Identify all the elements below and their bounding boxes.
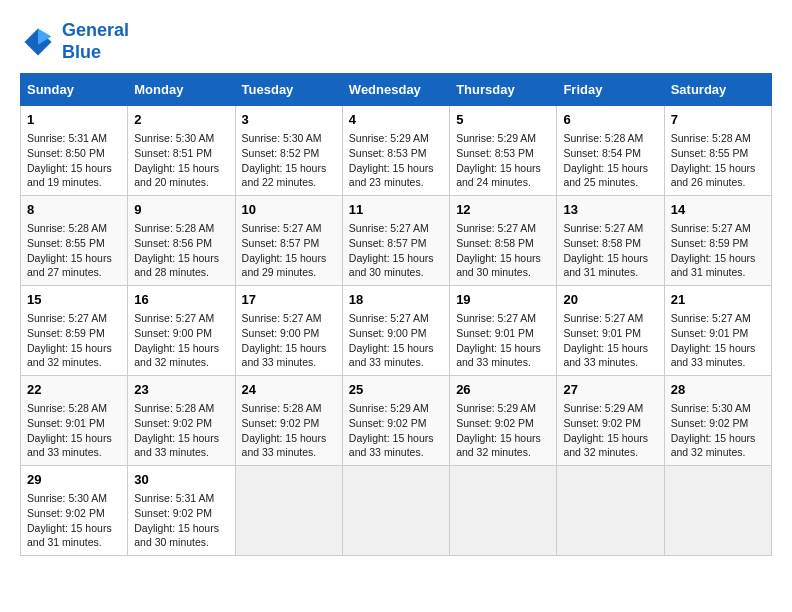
day-number: 15 <box>27 291 121 309</box>
day-info: Sunrise: 5:27 AMSunset: 9:00 PMDaylight:… <box>349 312 434 368</box>
day-info: Sunrise: 5:29 AMSunset: 8:53 PMDaylight:… <box>456 132 541 188</box>
day-number: 12 <box>456 201 550 219</box>
day-info: Sunrise: 5:30 AMSunset: 8:51 PMDaylight:… <box>134 132 219 188</box>
day-info: Sunrise: 5:30 AMSunset: 9:02 PMDaylight:… <box>27 492 112 548</box>
page-header: GeneralBlue <box>20 20 772 63</box>
day-cell-1: 1 Sunrise: 5:31 AMSunset: 8:50 PMDayligh… <box>21 106 128 196</box>
header-cell-friday: Friday <box>557 74 664 106</box>
day-number: 27 <box>563 381 657 399</box>
logo: GeneralBlue <box>20 20 129 63</box>
day-cell-8: 8 Sunrise: 5:28 AMSunset: 8:55 PMDayligh… <box>21 196 128 286</box>
day-cell-23: 23 Sunrise: 5:28 AMSunset: 9:02 PMDaylig… <box>128 376 235 466</box>
header-cell-wednesday: Wednesday <box>342 74 449 106</box>
day-info: Sunrise: 5:27 AMSunset: 9:01 PMDaylight:… <box>563 312 648 368</box>
empty-cell <box>235 466 342 556</box>
day-number: 11 <box>349 201 443 219</box>
day-info: Sunrise: 5:28 AMSunset: 8:56 PMDaylight:… <box>134 222 219 278</box>
day-info: Sunrise: 5:29 AMSunset: 9:02 PMDaylight:… <box>456 402 541 458</box>
header-cell-monday: Monday <box>128 74 235 106</box>
day-number: 5 <box>456 111 550 129</box>
day-info: Sunrise: 5:30 AMSunset: 8:52 PMDaylight:… <box>242 132 327 188</box>
day-cell-3: 3 Sunrise: 5:30 AMSunset: 8:52 PMDayligh… <box>235 106 342 196</box>
header-row: SundayMondayTuesdayWednesdayThursdayFrid… <box>21 74 772 106</box>
day-cell-16: 16 Sunrise: 5:27 AMSunset: 9:00 PMDaylig… <box>128 286 235 376</box>
day-info: Sunrise: 5:29 AMSunset: 8:53 PMDaylight:… <box>349 132 434 188</box>
day-info: Sunrise: 5:31 AMSunset: 9:02 PMDaylight:… <box>134 492 219 548</box>
empty-cell <box>342 466 449 556</box>
day-info: Sunrise: 5:27 AMSunset: 9:00 PMDaylight:… <box>134 312 219 368</box>
week-row-1: 1 Sunrise: 5:31 AMSunset: 8:50 PMDayligh… <box>21 106 772 196</box>
day-number: 10 <box>242 201 336 219</box>
calendar-table: SundayMondayTuesdayWednesdayThursdayFrid… <box>20 73 772 556</box>
day-info: Sunrise: 5:27 AMSunset: 8:57 PMDaylight:… <box>349 222 434 278</box>
week-row-5: 29 Sunrise: 5:30 AMSunset: 9:02 PMDaylig… <box>21 466 772 556</box>
day-cell-17: 17 Sunrise: 5:27 AMSunset: 9:00 PMDaylig… <box>235 286 342 376</box>
header-cell-sunday: Sunday <box>21 74 128 106</box>
day-cell-27: 27 Sunrise: 5:29 AMSunset: 9:02 PMDaylig… <box>557 376 664 466</box>
day-info: Sunrise: 5:29 AMSunset: 9:02 PMDaylight:… <box>349 402 434 458</box>
day-number: 18 <box>349 291 443 309</box>
day-number: 6 <box>563 111 657 129</box>
day-number: 2 <box>134 111 228 129</box>
day-number: 16 <box>134 291 228 309</box>
day-number: 29 <box>27 471 121 489</box>
empty-cell <box>557 466 664 556</box>
day-number: 20 <box>563 291 657 309</box>
day-info: Sunrise: 5:27 AMSunset: 8:58 PMDaylight:… <box>563 222 648 278</box>
day-info: Sunrise: 5:28 AMSunset: 9:02 PMDaylight:… <box>134 402 219 458</box>
day-number: 14 <box>671 201 765 219</box>
header-cell-saturday: Saturday <box>664 74 771 106</box>
day-number: 9 <box>134 201 228 219</box>
day-number: 4 <box>349 111 443 129</box>
day-number: 21 <box>671 291 765 309</box>
day-number: 30 <box>134 471 228 489</box>
day-info: Sunrise: 5:28 AMSunset: 8:55 PMDaylight:… <box>671 132 756 188</box>
day-cell-2: 2 Sunrise: 5:30 AMSunset: 8:51 PMDayligh… <box>128 106 235 196</box>
day-cell-6: 6 Sunrise: 5:28 AMSunset: 8:54 PMDayligh… <box>557 106 664 196</box>
day-cell-22: 22 Sunrise: 5:28 AMSunset: 9:01 PMDaylig… <box>21 376 128 466</box>
day-cell-11: 11 Sunrise: 5:27 AMSunset: 8:57 PMDaylig… <box>342 196 449 286</box>
day-cell-7: 7 Sunrise: 5:28 AMSunset: 8:55 PMDayligh… <box>664 106 771 196</box>
day-info: Sunrise: 5:28 AMSunset: 8:54 PMDaylight:… <box>563 132 648 188</box>
day-number: 25 <box>349 381 443 399</box>
week-row-2: 8 Sunrise: 5:28 AMSunset: 8:55 PMDayligh… <box>21 196 772 286</box>
day-number: 17 <box>242 291 336 309</box>
day-cell-26: 26 Sunrise: 5:29 AMSunset: 9:02 PMDaylig… <box>450 376 557 466</box>
day-number: 23 <box>134 381 228 399</box>
week-row-4: 22 Sunrise: 5:28 AMSunset: 9:01 PMDaylig… <box>21 376 772 466</box>
day-cell-5: 5 Sunrise: 5:29 AMSunset: 8:53 PMDayligh… <box>450 106 557 196</box>
day-info: Sunrise: 5:28 AMSunset: 8:55 PMDaylight:… <box>27 222 112 278</box>
day-info: Sunrise: 5:27 AMSunset: 8:59 PMDaylight:… <box>27 312 112 368</box>
day-cell-30: 30 Sunrise: 5:31 AMSunset: 9:02 PMDaylig… <box>128 466 235 556</box>
day-cell-14: 14 Sunrise: 5:27 AMSunset: 8:59 PMDaylig… <box>664 196 771 286</box>
logo-icon <box>20 24 56 60</box>
day-info: Sunrise: 5:27 AMSunset: 9:01 PMDaylight:… <box>456 312 541 368</box>
header-cell-tuesday: Tuesday <box>235 74 342 106</box>
day-number: 3 <box>242 111 336 129</box>
day-info: Sunrise: 5:31 AMSunset: 8:50 PMDaylight:… <box>27 132 112 188</box>
day-cell-24: 24 Sunrise: 5:28 AMSunset: 9:02 PMDaylig… <box>235 376 342 466</box>
day-cell-29: 29 Sunrise: 5:30 AMSunset: 9:02 PMDaylig… <box>21 466 128 556</box>
empty-cell <box>450 466 557 556</box>
day-cell-25: 25 Sunrise: 5:29 AMSunset: 9:02 PMDaylig… <box>342 376 449 466</box>
day-cell-4: 4 Sunrise: 5:29 AMSunset: 8:53 PMDayligh… <box>342 106 449 196</box>
day-cell-19: 19 Sunrise: 5:27 AMSunset: 9:01 PMDaylig… <box>450 286 557 376</box>
day-number: 19 <box>456 291 550 309</box>
day-number: 28 <box>671 381 765 399</box>
header-cell-thursday: Thursday <box>450 74 557 106</box>
day-info: Sunrise: 5:27 AMSunset: 8:59 PMDaylight:… <box>671 222 756 278</box>
day-info: Sunrise: 5:30 AMSunset: 9:02 PMDaylight:… <box>671 402 756 458</box>
empty-cell <box>664 466 771 556</box>
day-cell-18: 18 Sunrise: 5:27 AMSunset: 9:00 PMDaylig… <box>342 286 449 376</box>
day-info: Sunrise: 5:27 AMSunset: 8:57 PMDaylight:… <box>242 222 327 278</box>
day-number: 26 <box>456 381 550 399</box>
day-number: 1 <box>27 111 121 129</box>
day-cell-9: 9 Sunrise: 5:28 AMSunset: 8:56 PMDayligh… <box>128 196 235 286</box>
day-info: Sunrise: 5:28 AMSunset: 9:01 PMDaylight:… <box>27 402 112 458</box>
day-info: Sunrise: 5:27 AMSunset: 9:01 PMDaylight:… <box>671 312 756 368</box>
day-number: 7 <box>671 111 765 129</box>
day-info: Sunrise: 5:29 AMSunset: 9:02 PMDaylight:… <box>563 402 648 458</box>
day-number: 22 <box>27 381 121 399</box>
day-cell-28: 28 Sunrise: 5:30 AMSunset: 9:02 PMDaylig… <box>664 376 771 466</box>
day-cell-15: 15 Sunrise: 5:27 AMSunset: 8:59 PMDaylig… <box>21 286 128 376</box>
